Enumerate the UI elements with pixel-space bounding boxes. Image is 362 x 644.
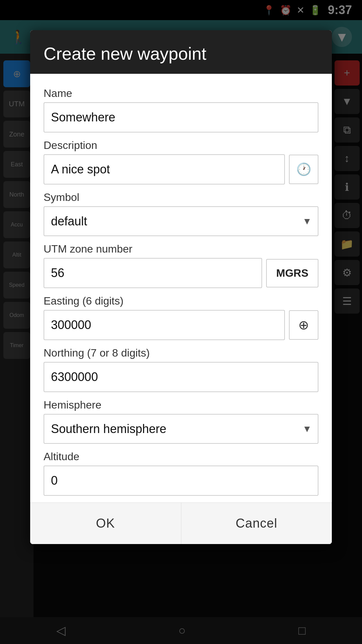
name-input[interactable] xyxy=(44,102,318,132)
altitude-input[interactable] xyxy=(44,466,318,496)
current-location-button[interactable]: ⊕ xyxy=(289,310,318,340)
description-input[interactable] xyxy=(44,154,285,184)
utm-zone-input[interactable] xyxy=(44,258,262,288)
description-label: Description xyxy=(44,139,318,152)
utm-zone-row: MGRS xyxy=(44,258,318,288)
northing-label: Northing (7 or 8 digits) xyxy=(44,347,318,359)
crosshair-icon: ⊕ xyxy=(298,318,309,332)
name-label: Name xyxy=(44,87,318,100)
history-button[interactable]: 🕐 xyxy=(289,155,318,184)
hemisphere-select-wrapper: Northern hemisphere Southern hemisphere xyxy=(44,414,318,444)
symbol-select[interactable]: default flag pin star home camp xyxy=(44,206,318,236)
hemisphere-select[interactable]: Northern hemisphere Southern hemisphere xyxy=(44,414,318,444)
mgrs-button[interactable]: MGRS xyxy=(266,259,318,287)
northing-input[interactable] xyxy=(44,362,318,392)
dialog-body: Name Description 🕐 Symbol default flag p… xyxy=(30,74,332,496)
easting-label: Easting (6 digits) xyxy=(44,295,318,307)
symbol-label: Symbol xyxy=(44,191,318,204)
ok-button[interactable]: OK xyxy=(30,503,181,544)
cancel-button[interactable]: Cancel xyxy=(181,503,332,544)
easting-row: ⊕ xyxy=(44,310,318,340)
hemisphere-label: Hemisphere xyxy=(44,399,318,411)
history-icon: 🕐 xyxy=(296,162,311,176)
create-waypoint-dialog: Create new waypoint Name Description 🕐 S… xyxy=(30,30,332,544)
symbol-select-wrapper: default flag pin star home camp xyxy=(44,206,318,236)
description-row: 🕐 xyxy=(44,154,318,184)
easting-input[interactable] xyxy=(44,310,285,340)
utm-zone-label: UTM zone number xyxy=(44,243,318,255)
dialog-header: Create new waypoint xyxy=(30,30,332,74)
dialog-footer: OK Cancel xyxy=(30,502,332,544)
dialog-title: Create new waypoint xyxy=(44,44,206,63)
altitude-label: Altitude xyxy=(44,450,318,463)
